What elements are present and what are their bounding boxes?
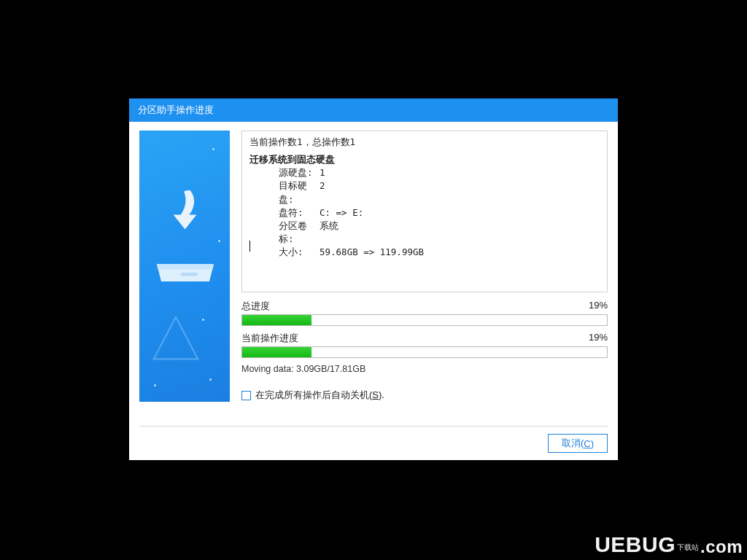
- btn-post: ): [591, 438, 594, 449]
- info-label: 源硬盘:: [249, 166, 320, 179]
- info-label: 分区卷标:: [249, 219, 320, 246]
- info-value: C: => E:: [320, 206, 363, 219]
- svg-rect-0: [181, 273, 198, 276]
- decor-dot: [202, 319, 204, 321]
- button-bar: 取消(C): [139, 427, 608, 453]
- info-label: 大小:: [249, 246, 320, 259]
- current-progress-fill: [242, 347, 311, 357]
- shutdown-checkbox-row[interactable]: 在完成所有操作后自动关机(S).: [241, 389, 608, 402]
- dialog-titlebar: 分区助手操作进度: [129, 98, 618, 122]
- total-progress-bar: [241, 314, 608, 326]
- label-mnemonic: S: [372, 389, 379, 400]
- decor-dot: [154, 384, 156, 386]
- current-progress-percent: 19%: [589, 332, 608, 345]
- dialog-upper: 当前操作数1，总操作数1 迁移系统到固态硬盘 源硬盘: 1 目标硬盘: 2 盘符…: [139, 131, 608, 419]
- total-progress-label: 总进度: [241, 300, 270, 313]
- info-label: 目标硬盘:: [249, 179, 320, 206]
- info-value: 59.68GB => 119.99GB: [320, 246, 424, 259]
- info-row: 盘符: C: => E:: [249, 206, 600, 219]
- label-pre: 在完成所有操作后自动关机(: [255, 389, 372, 400]
- progress-dialog: 分区助手操作进度: [129, 98, 618, 460]
- watermark-brand: UEBUG: [595, 532, 676, 557]
- shutdown-checkbox[interactable]: [241, 391, 251, 400]
- cancel-button[interactable]: 取消(C): [548, 434, 608, 453]
- operation-info-panel: 当前操作数1，总操作数1 迁移系统到固态硬盘 源硬盘: 1 目标硬盘: 2 盘符…: [241, 131, 608, 292]
- info-row: 目标硬盘: 2: [249, 179, 600, 206]
- watermark-tag: 下载站: [677, 542, 699, 553]
- total-progress-fill: [242, 315, 311, 325]
- status-text: Moving data: 3.09GB/17.81GB: [241, 364, 608, 374]
- btn-pre: 取消(: [562, 437, 584, 450]
- operation-heading: 迁移系统到固态硬盘: [249, 153, 600, 166]
- info-label: 盘符:: [249, 206, 320, 219]
- current-progress-bar: [241, 346, 608, 358]
- right-column: 当前操作数1，总操作数1 迁移系统到固态硬盘 源硬盘: 1 目标硬盘: 2 盘符…: [230, 131, 608, 419]
- info-row: 大小: 59.68GB => 119.99GB: [249, 246, 600, 259]
- side-graphic: [139, 131, 230, 402]
- decor-dot: [212, 148, 214, 150]
- operation-summary: 当前操作数1，总操作数1: [249, 136, 600, 149]
- watermark-suffix: .com: [700, 537, 743, 557]
- current-progress-block: 当前操作进度 19%: [241, 332, 608, 358]
- progress-head: 当前操作进度 19%: [241, 332, 608, 345]
- btn-mnemonic: C: [584, 438, 590, 449]
- info-row: 分区卷标: 系统: [249, 219, 600, 246]
- text-caret: [249, 241, 250, 252]
- decor-dot: [218, 240, 220, 242]
- label-post: ).: [379, 389, 384, 400]
- triangle-decor-icon: [150, 313, 202, 365]
- info-value: 1: [320, 166, 325, 179]
- info-value: 2: [320, 179, 325, 206]
- current-progress-label: 当前操作进度: [241, 332, 298, 345]
- info-row: 源硬盘: 1: [249, 166, 600, 179]
- total-progress-percent: 19%: [589, 300, 608, 313]
- disk-drive-icon: [152, 250, 218, 287]
- shutdown-checkbox-label: 在完成所有操作后自动关机(S).: [255, 389, 384, 402]
- download-arrow-icon: [160, 187, 212, 240]
- decor-dot: [209, 378, 212, 381]
- dialog-title: 分区助手操作进度: [138, 104, 214, 117]
- total-progress-block: 总进度 19%: [241, 300, 608, 326]
- info-value: 系统: [320, 219, 338, 246]
- dialog-body: 当前操作数1，总操作数1 迁移系统到固态硬盘 源硬盘: 1 目标硬盘: 2 盘符…: [129, 122, 618, 460]
- progress-head: 总进度 19%: [241, 300, 608, 313]
- watermark: UEBUG 下载站 .com: [595, 532, 743, 557]
